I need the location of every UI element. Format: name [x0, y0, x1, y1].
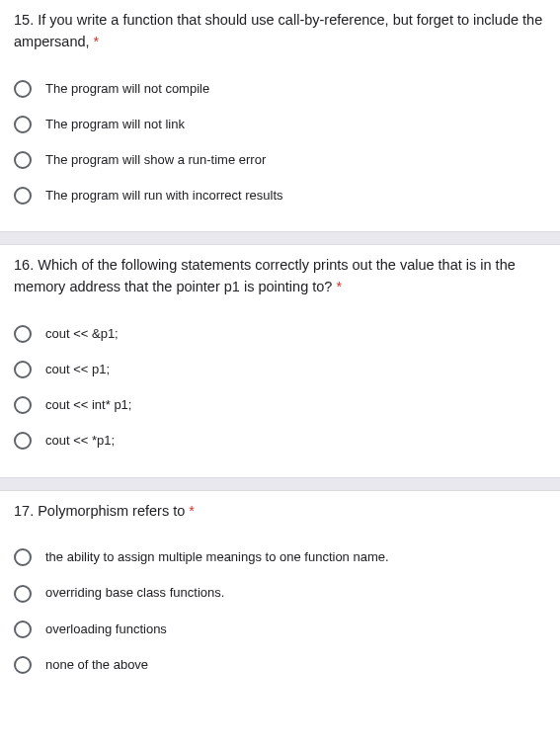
- option-row[interactable]: cout << p1;: [14, 352, 546, 387]
- radio-icon[interactable]: [14, 432, 32, 450]
- radio-icon[interactable]: [14, 187, 32, 205]
- radio-icon[interactable]: [14, 621, 32, 638]
- option-label: cout << int* p1;: [45, 396, 131, 414]
- required-mark: *: [189, 503, 195, 519]
- option-row[interactable]: The program will show a run-time error: [14, 142, 546, 178]
- question-block-15: 15. If you write a function that should …: [0, 0, 560, 231]
- radio-icon[interactable]: [14, 361, 32, 378]
- radio-icon[interactable]: [14, 585, 32, 603]
- question-text: 15. If you write a function that should …: [14, 0, 546, 71]
- option-label: The program will run with incorrect resu…: [45, 187, 283, 205]
- required-mark: *: [336, 279, 342, 294]
- option-label: The program will show a run-time error: [45, 151, 266, 169]
- radio-icon[interactable]: [14, 656, 32, 674]
- section-spacer: [0, 477, 560, 491]
- radio-icon[interactable]: [14, 396, 32, 414]
- option-row[interactable]: the ability to assign multiple meanings …: [14, 539, 546, 575]
- option-row[interactable]: The program will run with incorrect resu…: [14, 178, 546, 213]
- option-row[interactable]: overloading functions: [14, 612, 546, 647]
- question-block-16: 16. Which of the following statements co…: [0, 245, 560, 476]
- radio-icon[interactable]: [14, 151, 32, 169]
- option-row[interactable]: cout << &p1;: [14, 316, 546, 352]
- option-row[interactable]: cout << int* p1;: [14, 387, 546, 423]
- option-row[interactable]: none of the above: [14, 647, 546, 683]
- option-label: cout << &p1;: [45, 325, 119, 343]
- question-body: Which of the following statements correc…: [14, 257, 516, 294]
- question-number: 15.: [14, 12, 34, 28]
- question-text: 17. Polymorphism refers to *: [14, 491, 546, 540]
- option-row[interactable]: The program will not link: [14, 107, 546, 142]
- radio-icon[interactable]: [14, 325, 32, 343]
- question-text: 16. Which of the following statements co…: [14, 245, 546, 316]
- radio-icon[interactable]: [14, 548, 32, 566]
- option-label: overriding base class functions.: [45, 584, 224, 602]
- question-number: 17.: [14, 503, 34, 519]
- radio-icon[interactable]: [14, 116, 32, 133]
- question-block-17: 17. Polymorphism refers to * the ability…: [0, 491, 560, 702]
- option-label: cout << p1;: [45, 361, 110, 378]
- question-number: 16.: [14, 257, 34, 273]
- option-row[interactable]: The program will not compile: [14, 71, 546, 107]
- option-row[interactable]: overriding base class functions.: [14, 575, 546, 611]
- option-row[interactable]: cout << *p1;: [14, 423, 546, 458]
- option-label: The program will not link: [45, 116, 185, 133]
- question-body: Polymorphism refers to: [38, 503, 185, 519]
- radio-icon[interactable]: [14, 80, 32, 98]
- option-label: overloading functions: [45, 621, 167, 638]
- option-label: none of the above: [45, 656, 148, 674]
- option-label: cout << *p1;: [45, 432, 115, 450]
- section-spacer: [0, 231, 560, 245]
- option-label: the ability to assign multiple meanings …: [45, 548, 389, 566]
- required-mark: *: [94, 34, 100, 49]
- option-label: The program will not compile: [45, 80, 209, 98]
